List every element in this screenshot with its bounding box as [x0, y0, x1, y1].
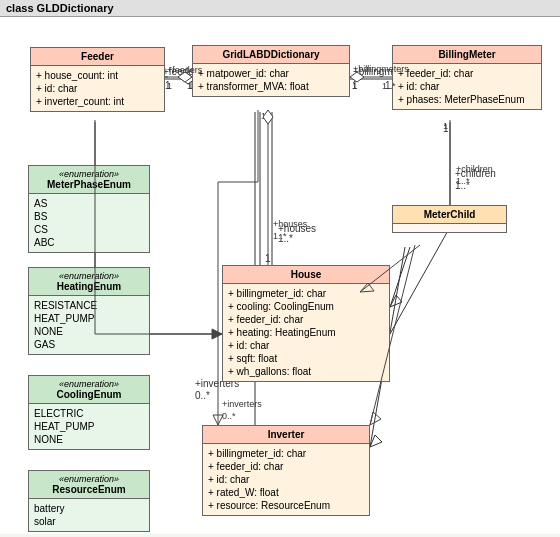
svg-text:1: 1 [443, 121, 448, 131]
svg-text:1: 1 [352, 81, 357, 91]
meterchild-box: MeterChild [392, 205, 507, 233]
diagram-title: class GLDDictionary [6, 2, 114, 14]
svg-text:1: 1 [443, 123, 449, 134]
svg-text:1: 1 [165, 80, 171, 91]
svg-text:1..*: 1..* [273, 231, 287, 241]
svg-text:1: 1 [265, 113, 271, 124]
gridlabd-body: + matpower_id: char + transformer_MVA: f… [193, 64, 349, 96]
house-body: + billingmeter_id: char + cooling: Cooli… [223, 284, 389, 381]
svg-marker-25 [370, 435, 382, 447]
svg-text:1: 1 [261, 111, 266, 121]
title-bar: class GLDDictionary [0, 0, 560, 17]
gridlabd-box: GridLABDDictionary + matpower_id: char +… [192, 45, 350, 97]
meterphase-body: AS BS CS ABC [29, 194, 149, 252]
feeder-title: Feeder [31, 48, 164, 66]
heatingenum-box: «enumeration» HeatingEnum RESISTANCE HEA… [28, 267, 150, 355]
feeder-body: + house_count: int + id: char + inverter… [31, 66, 164, 111]
billingmeter-box: BillingMeter + feeder_id: char + id: cha… [392, 45, 542, 110]
svg-marker-36 [350, 72, 364, 82]
svg-text:0..*: 0..* [195, 390, 210, 401]
svg-line-22 [390, 247, 410, 307]
meterchild-body [393, 224, 506, 232]
inverter-body: + billingmeter_id: char + feeder_id: cha… [203, 444, 369, 515]
coolingenum-box: «enumeration» CoolingEnum ELECTRIC HEAT_… [28, 375, 150, 450]
coolingenum-title: «enumeration» CoolingEnum [29, 376, 149, 404]
inverter-title: Inverter [203, 426, 369, 444]
meterphase-title: «enumeration» MeterPhaseEnum [29, 166, 149, 194]
svg-text:+children: +children [455, 168, 496, 179]
diagram-area: +feeders 1 1 +billingmeters 1 1..* +hous… [0, 17, 560, 534]
meterphase-box: «enumeration» MeterPhaseEnum AS BS CS AB… [28, 165, 150, 253]
svg-marker-48 [213, 415, 223, 425]
meterchild-title: MeterChild [393, 206, 506, 224]
svg-text:+houses: +houses [278, 223, 316, 234]
resourceenum-box: «enumeration» ResourceEnum battery solar [28, 470, 150, 532]
svg-text:+houses: +houses [273, 219, 308, 229]
svg-marker-30 [178, 72, 192, 82]
feeder-box: Feeder + house_count: int + id: char + i… [30, 47, 165, 112]
heatingenum-body: RESISTANCE HEAT_PUMP NONE GAS [29, 296, 149, 354]
svg-text:1..*: 1..* [278, 233, 293, 244]
svg-marker-23 [390, 295, 402, 307]
svg-text:1..*: 1..* [455, 180, 470, 191]
svg-text:1: 1 [167, 81, 172, 91]
house-box: House + billingmeter_id: char + cooling:… [222, 265, 390, 382]
svg-text:0..*: 0..* [222, 411, 236, 421]
svg-marker-58 [370, 412, 381, 425]
svg-text:1..*: 1..* [456, 176, 470, 186]
svg-text:1: 1 [352, 80, 358, 91]
billingmeter-body: + feeder_id: char + id: char + phases: M… [393, 64, 541, 109]
billingmeter-title: BillingMeter [393, 46, 541, 64]
heatingenum-title: «enumeration» HeatingEnum [29, 268, 149, 296]
svg-text:+children: +children [456, 164, 493, 174]
gridlabd-title: GridLABDDictionary [193, 46, 349, 64]
coolingenum-body: ELECTRIC HEAT_PUMP NONE [29, 404, 149, 449]
svg-marker-44 [263, 110, 273, 124]
house-title: House [223, 266, 389, 284]
svg-text:1: 1 [265, 253, 271, 264]
svg-text:+inverters: +inverters [222, 399, 262, 409]
svg-line-28 [390, 227, 450, 334]
resourceenum-body: battery solar [29, 499, 149, 531]
svg-marker-61 [212, 329, 222, 339]
resourceenum-title: «enumeration» ResourceEnum [29, 471, 149, 499]
inverter-box: Inverter + billingmeter_id: char + feede… [202, 425, 370, 516]
